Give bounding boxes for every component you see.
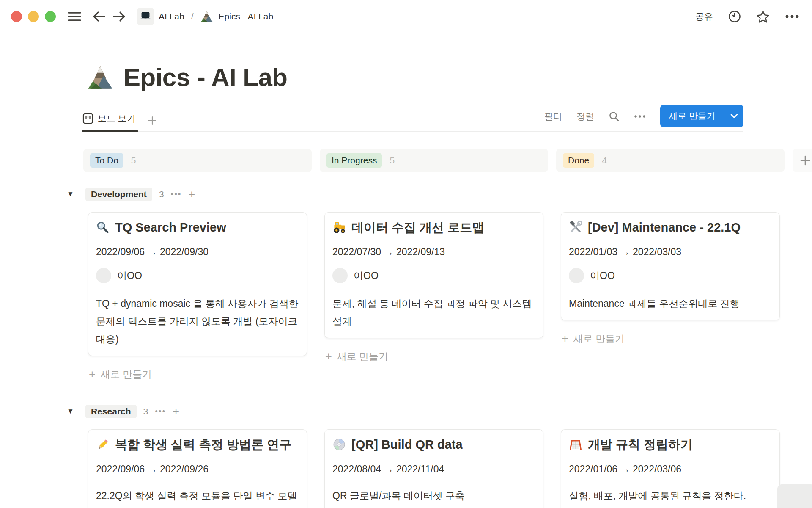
status-badge[interactable]: Done <box>563 153 594 168</box>
breadcrumb-page[interactable]: Epics - AI Lab <box>200 10 274 23</box>
card-qr-build-data[interactable]: [QR] Build QR data 2022/08/04 → 2022/11/… <box>324 429 543 508</box>
arrow-right-icon[interactable] <box>112 11 126 22</box>
tab-board-view-label: 보드 보기 <box>98 113 136 124</box>
arrow-left-icon[interactable] <box>92 11 106 22</box>
card-description: 22.2Q의 학생 실력 측정 모듈을 단일 변수 모델에서 복합 능력 변수로… <box>96 487 299 508</box>
tractor-emoji <box>332 221 346 234</box>
group-research-cards: 복합 학생 실력 측정 방법론 연구 2022/09/06 → 2022/09/… <box>83 429 812 508</box>
corner-widget <box>777 484 812 508</box>
group-collapse-toggle-icon[interactable]: ▼ <box>67 407 74 416</box>
column-headers: To Do 5 In Progress 5 Done 4 <box>83 149 812 172</box>
board-cell: TQ Search Preview 2022/09/06 → 2022/09/3… <box>83 212 312 381</box>
filter-button[interactable]: 필터 <box>544 110 562 122</box>
add-view-plus-icon[interactable] <box>148 116 157 125</box>
tab-board-view[interactable]: 보드 보기 <box>82 113 138 131</box>
card-date-range: 2022/09/06 → 2022/09/26 <box>96 463 299 475</box>
group-more-icon[interactable]: ••• <box>155 407 166 416</box>
card-date-range: 2022/01/06 → 2022/03/06 <box>569 463 772 475</box>
plus-icon <box>800 155 811 166</box>
new-entry-button-label[interactable]: 새로 만들기 <box>660 105 724 127</box>
cd-emoji <box>332 438 346 451</box>
new-card-button[interactable]: + 새로 만들기 <box>325 350 548 363</box>
card-description: QR 글로벌/과목 데이터셋 구축 <box>332 487 535 505</box>
group-count: 3 <box>143 406 148 417</box>
card-description: 문제, 해설 등 데이터 수집 과정 파악 및 시스템 설계 <box>332 295 535 330</box>
new-card-label: 새로 만들기 <box>101 368 152 381</box>
column-count: 4 <box>602 155 607 166</box>
mountain-icon[interactable] <box>87 64 115 91</box>
card-assignee: 이OO <box>96 268 299 283</box>
card-dev-rules[interactable]: 개발 규칙 정립하기 2022/01/06 → 2022/03/06 실험, 배… <box>561 429 780 508</box>
assignee-name: 이OO <box>590 269 615 282</box>
ellipsis-icon[interactable] <box>785 14 799 19</box>
card-dev-maintenance[interactable]: [Dev] Maintenance - 22.1Q 2022/01/03 → 2… <box>561 212 780 320</box>
goal-net-emoji <box>569 438 582 451</box>
sort-button[interactable]: 정렬 <box>576 110 594 122</box>
group-add-icon[interactable]: + <box>173 407 179 416</box>
new-card-label: 새로 만들기 <box>337 350 388 363</box>
column-header-done[interactable]: Done 4 <box>556 149 785 172</box>
chevron-down-icon[interactable] <box>724 105 743 127</box>
column-header-in-progress[interactable]: In Progress 5 <box>320 149 548 172</box>
group-name-badge[interactable]: Development <box>85 188 152 201</box>
card-assignee: 이OO <box>332 268 535 283</box>
group-header: ▼ Research 3 ••• + <box>83 403 812 420</box>
board-cell: 복합 학생 실력 측정 방법론 연구 2022/09/06 → 2022/09/… <box>83 429 312 508</box>
toolbar-actions: 필터 정렬 새로 만들기 <box>544 105 743 131</box>
board-cell: 개발 규칙 정립하기 2022/01/06 → 2022/03/06 실험, 배… <box>556 429 785 508</box>
card-date-range: 2022/07/30 → 2022/09/13 <box>332 246 535 258</box>
plus-icon: + <box>325 352 332 362</box>
card-date-range: 2022/09/06 → 2022/09/30 <box>96 246 299 258</box>
new-card-button[interactable]: + 새로 만들기 <box>562 332 785 345</box>
topbar-actions: 공유 <box>695 10 799 23</box>
star-icon[interactable] <box>756 10 770 23</box>
hamburger-icon[interactable] <box>68 11 81 22</box>
card-title: [QR] Build QR data <box>351 437 463 452</box>
new-card-button[interactable]: + 새로 만들기 <box>89 368 312 381</box>
new-entry-button[interactable]: 새로 만들기 <box>660 105 743 127</box>
column-header-todo[interactable]: To Do 5 <box>83 149 312 172</box>
group-count: 3 <box>159 189 164 199</box>
magnifier-emoji <box>96 221 110 234</box>
card-title: [Dev] Maintenance - 22.1Q <box>588 220 741 235</box>
notion-window: AI Lab / Epics - AI Lab 공유 Epics - <box>0 0 812 508</box>
breadcrumb-workspace[interactable]: AI Lab <box>137 8 184 25</box>
card-assignee: 이OO <box>569 268 772 283</box>
column-count: 5 <box>390 155 395 166</box>
card-ability-measurement-research[interactable]: 복합 학생 실력 측정 방법론 연구 2022/09/06 → 2022/09/… <box>88 429 307 508</box>
avatar <box>96 268 111 283</box>
breadcrumb-workspace-label: AI Lab <box>159 11 184 22</box>
share-button[interactable]: 공유 <box>695 11 713 22</box>
minimize-window-button[interactable] <box>28 11 39 22</box>
group-more-icon[interactable]: ••• <box>171 190 182 199</box>
new-card-label: 새로 만들기 <box>573 332 625 345</box>
pencil-emoji <box>96 438 110 451</box>
group-name-badge[interactable]: Research <box>85 405 137 418</box>
window-controls <box>11 11 56 22</box>
close-window-button[interactable] <box>11 11 22 22</box>
ellipsis-icon[interactable] <box>634 115 646 118</box>
zoom-window-button[interactable] <box>45 11 56 22</box>
card-data-collection-roadmap[interactable]: 데이터 수집 개선 로드맵 2022/07/30 → 2022/09/13 이O… <box>324 212 543 338</box>
assignee-name: 이OO <box>354 269 379 282</box>
mountain-icon <box>200 10 214 23</box>
group-add-icon[interactable]: + <box>189 190 195 199</box>
group-collapse-toggle-icon[interactable]: ▼ <box>67 190 74 199</box>
board-cell: [Dev] Maintenance - 22.1Q 2022/01/03 → 2… <box>556 212 785 381</box>
status-badge[interactable]: In Progress <box>326 153 382 168</box>
clock-icon[interactable] <box>728 10 741 23</box>
card-date-range: 2022/08/04 → 2022/11/04 <box>332 463 535 475</box>
plus-icon: + <box>89 370 96 379</box>
search-icon[interactable] <box>609 111 620 122</box>
page-header: Epics - AI Lab <box>87 63 812 92</box>
page-title: Epics - AI Lab <box>123 63 288 92</box>
hammer-wrench-emoji <box>569 221 582 234</box>
breadcrumb-page-label: Epics - AI Lab <box>219 11 274 22</box>
add-column-button[interactable] <box>793 149 812 172</box>
plus-icon: + <box>562 334 568 344</box>
board-cell: [QR] Build QR data 2022/08/04 → 2022/11/… <box>320 429 548 508</box>
group-development: ▼ Development 3 ••• + TQ Search Preview <box>83 186 812 381</box>
status-badge[interactable]: To Do <box>90 153 123 168</box>
card-title: 개발 규칙 정립하기 <box>588 437 693 452</box>
card-tq-search-preview[interactable]: TQ Search Preview 2022/09/06 → 2022/09/3… <box>88 212 307 356</box>
